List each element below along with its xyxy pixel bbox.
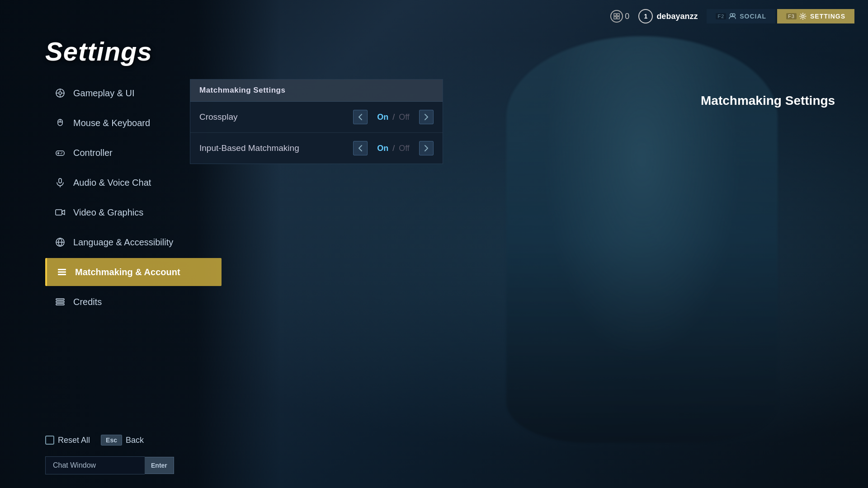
svg-rect-0 [614,14,616,16]
back-label: Back [126,436,144,445]
svg-rect-26 [56,301,64,303]
notification-count: 0 [625,12,629,21]
page-title: Settings [45,36,152,66]
controls-row: Reset All Esc Back [45,435,174,446]
video-icon [54,206,66,218]
page-container: 0 1 debayanzz F2 SOCIAL F3 [0,0,868,488]
user-level: 1 [638,9,653,23]
sidebar-label-audio-voice: Audio & Voice Chat [73,178,151,188]
reset-all-label: Reset All [58,436,90,445]
chat-window-input[interactable]: Chat Window [45,456,145,474]
crossplay-value: On / Off [373,113,414,122]
svg-point-15 [61,152,62,153]
svg-rect-1 [617,14,619,16]
mouse-icon [54,117,66,129]
crossplay-label: Crossplay [199,112,353,122]
svg-rect-23 [58,272,66,273]
sidebar-label-video-graphics: Video & Graphics [73,207,143,218]
tab-buttons: F2 SOCIAL F3 SETTINGS [707,9,854,23]
top-bar: 0 1 debayanzz F2 SOCIAL F3 [610,9,854,23]
gameplay-icon [54,87,66,99]
crossplay-control: On / Off [353,110,434,124]
user-info: 1 debayanzz [638,9,698,23]
reset-all-button[interactable]: Reset All [45,436,90,445]
social-tab-button[interactable]: F2 SOCIAL [707,9,775,23]
sidebar-item-video-graphics[interactable]: Video & Graphics [45,198,222,226]
settings-row-input-matchmaking[interactable]: Input-Based Matchmaking On / Off [190,133,443,164]
svg-point-16 [61,153,61,154]
svg-rect-22 [58,269,66,270]
sidebar-label-credits: Credits [73,297,102,307]
input-matchmaking-left-arrow[interactable] [353,141,368,155]
crossplay-right-arrow[interactable] [419,110,434,124]
input-matchmaking-off: Off [399,144,410,153]
settings-tab-button[interactable]: F3 SETTINGS [777,9,854,23]
svg-point-6 [802,15,804,18]
svg-point-8 [59,92,61,94]
input-matchmaking-value: On / Off [373,144,414,153]
notification-badge: 0 [610,10,629,23]
settings-label: SETTINGS [810,13,845,20]
back-button[interactable]: Esc Back [101,435,144,446]
sidebar-item-matchmaking-account[interactable]: Matchmaking & Account [45,258,222,286]
info-panel-title: Matchmaking Settings [701,93,841,109]
crossplay-on: On [377,113,388,122]
crossplay-left-arrow[interactable] [353,110,368,124]
sidebar-item-audio-voice[interactable]: Audio & Voice Chat [45,169,222,197]
sidebar-label-mouse-keyboard: Mouse & Keyboard [73,118,150,128]
svg-rect-19 [56,210,62,215]
controller-icon [54,147,66,159]
input-matchmaking-control: On / Off [353,141,434,155]
chat-window-bar: Chat Window Enter [45,456,174,474]
sidebar-item-credits[interactable]: Credits [45,288,222,316]
username: debayanzz [656,12,698,21]
settings-panel-header: Matchmaking Settings [190,80,443,102]
language-icon [54,236,66,248]
input-matchmaking-right-arrow[interactable] [419,141,434,155]
sidebar-label-matchmaking-account: Matchmaking & Account [75,267,180,277]
settings-panel: Matchmaking Settings Crossplay On / Off [190,79,443,164]
main-content: Matchmaking Settings Crossplay On / Off [190,79,443,164]
reset-icon [45,436,54,445]
sidebar-label-gameplay-ui: Gameplay & UI [73,88,135,99]
sidebar-item-language-accessibility[interactable]: Language & Accessibility [45,228,222,256]
settings-key: F3 [786,13,797,19]
social-key: F2 [716,13,726,19]
social-label: SOCIAL [740,13,766,20]
chat-enter-badge: Enter [145,457,174,474]
svg-rect-3 [617,17,619,19]
info-panel: Matchmaking Settings [687,79,854,122]
sidebar-label-controller: Controller [73,148,113,158]
sidebar-label-language-accessibility: Language & Accessibility [73,237,173,248]
credits-icon [54,296,66,308]
svg-rect-25 [56,299,64,300]
input-matchmaking-label: Input-Based Matchmaking [199,143,353,153]
svg-rect-24 [58,274,66,275]
matchmaking-icon [56,266,68,278]
notification-icon [610,10,623,23]
svg-rect-17 [59,178,61,183]
crossplay-off: Off [399,113,410,122]
bottom-controls: Reset All Esc Back Chat Window Enter [45,435,174,474]
svg-rect-2 [614,17,616,19]
svg-rect-27 [56,304,64,305]
chat-window-label: Chat Window [53,461,96,469]
back-key: Esc [101,435,122,446]
input-matchmaking-on: On [377,144,388,153]
audio-icon [54,177,66,188]
settings-row-crossplay[interactable]: Crossplay On / Off [190,102,443,133]
